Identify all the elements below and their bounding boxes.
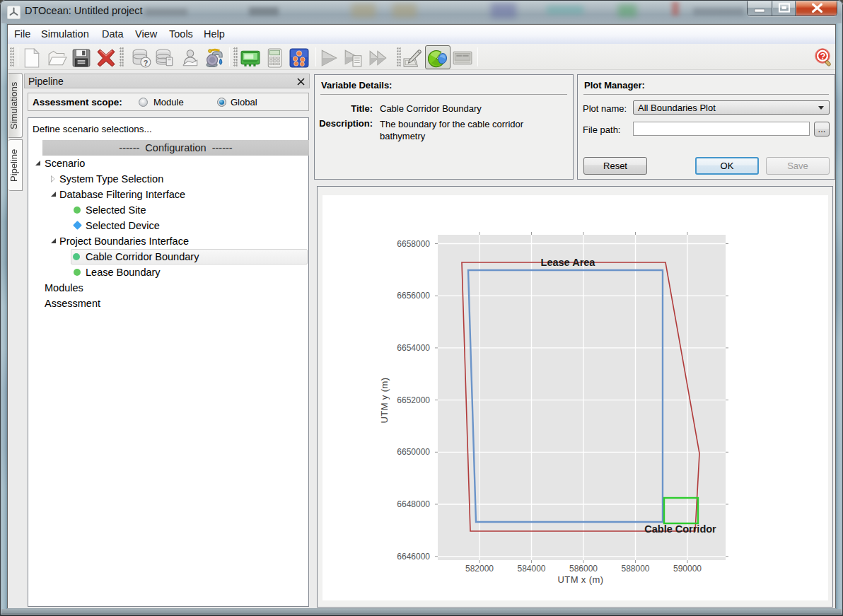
svg-text:UTM x (m): UTM x (m) — [558, 574, 604, 585]
svg-text:?: ? — [820, 51, 826, 62]
svg-text:6646000: 6646000 — [397, 552, 430, 562]
svg-text:6654000: 6654000 — [397, 343, 430, 353]
svg-text:6656000: 6656000 — [397, 291, 430, 301]
svg-text:582000: 582000 — [465, 564, 494, 574]
svg-text:?: ? — [144, 59, 149, 67]
svg-text:590000: 590000 — [673, 564, 702, 574]
svg-text:UTM y (m): UTM y (m) — [379, 378, 390, 424]
svg-text:6652000: 6652000 — [397, 395, 430, 405]
svg-text:6648000: 6648000 — [397, 499, 430, 509]
svg-text:588000: 588000 — [621, 564, 649, 574]
svg-text:584000: 584000 — [517, 564, 545, 574]
svg-text:Lease Area: Lease Area — [541, 257, 596, 268]
svg-text:Cable Corridor: Cable Corridor — [644, 523, 716, 535]
svg-text:6650000: 6650000 — [397, 447, 430, 457]
svg-text:586000: 586000 — [569, 564, 598, 574]
svg-text:6658000: 6658000 — [397, 239, 430, 249]
